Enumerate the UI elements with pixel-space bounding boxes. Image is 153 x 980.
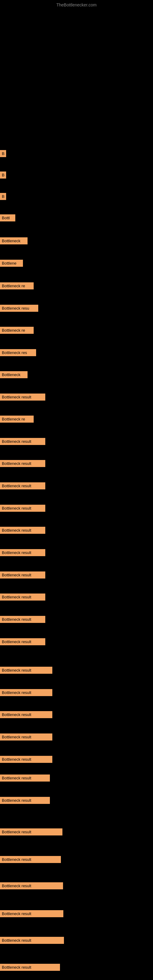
- bottleneck-result-item[interactable]: Bottleneck result: [0, 460, 45, 467]
- bottleneck-result-item[interactable]: Bottlene: [0, 260, 23, 267]
- bottleneck-result-item[interactable]: Bottleneck result: [0, 393, 45, 401]
- bottleneck-result-item[interactable]: Bottleneck result: [0, 482, 45, 489]
- bottleneck-result-item[interactable]: Bottleneck result: [0, 571, 45, 579]
- bottleneck-result-item[interactable]: Bottleneck re: [0, 415, 33, 423]
- bottleneck-result-item[interactable]: Bottleneck result: [0, 937, 64, 944]
- bottleneck-result-item[interactable]: Bottleneck result: [0, 593, 45, 601]
- bottleneck-result-item[interactable]: Bottleneck result: [0, 775, 50, 781]
- bottleneck-result-item[interactable]: Bottleneck res: [0, 349, 36, 356]
- bottleneck-result-item[interactable]: Bottl: [0, 215, 15, 221]
- bottleneck-result-item[interactable]: Bottleneck result: [0, 667, 52, 674]
- bottleneck-result-item[interactable]: Bottleneck result: [0, 756, 52, 763]
- bottleneck-result-item[interactable]: B: [0, 172, 6, 178]
- bottleneck-result-item[interactable]: Bottleneck result: [0, 689, 52, 696]
- bottleneck-result-item[interactable]: Bottleneck result: [0, 638, 45, 645]
- bottleneck-result-item[interactable]: Bottleneck result: [0, 797, 50, 804]
- bottleneck-result-item[interactable]: Bottleneck result: [0, 829, 62, 835]
- bottleneck-result-item[interactable]: Bottleneck result: [0, 438, 45, 445]
- bottleneck-result-item[interactable]: B: [0, 150, 6, 157]
- bottleneck-result-item[interactable]: Bottleneck: [0, 237, 27, 244]
- bottleneck-result-item[interactable]: Bottleneck result: [0, 711, 52, 718]
- bottleneck-result-item[interactable]: Bottleneck result: [0, 910, 63, 917]
- bottleneck-result-item[interactable]: Bottleneck result: [0, 733, 52, 740]
- site-title: TheBottlenecker.com: [56, 2, 97, 7]
- bottleneck-result-item[interactable]: Bottleneck re: [0, 282, 33, 290]
- bottleneck-result-item[interactable]: Bottleneck result: [0, 549, 45, 556]
- bottleneck-result-item[interactable]: Bottleneck result: [0, 964, 60, 971]
- bottleneck-result-item[interactable]: B: [0, 193, 6, 200]
- bottleneck-result-item[interactable]: Bottleneck resu: [0, 305, 38, 312]
- bottleneck-result-item[interactable]: Bottleneck result: [0, 527, 45, 534]
- bottleneck-result-item[interactable]: Bottleneck result: [0, 882, 63, 889]
- bottleneck-result-item[interactable]: Bottleneck re: [0, 327, 33, 334]
- bottleneck-result-item[interactable]: Bottleneck: [0, 371, 27, 378]
- bottleneck-result-item[interactable]: Bottleneck result: [0, 505, 45, 512]
- bottleneck-result-item[interactable]: Bottleneck result: [0, 616, 45, 623]
- bottleneck-result-item[interactable]: Bottleneck result: [0, 856, 61, 863]
